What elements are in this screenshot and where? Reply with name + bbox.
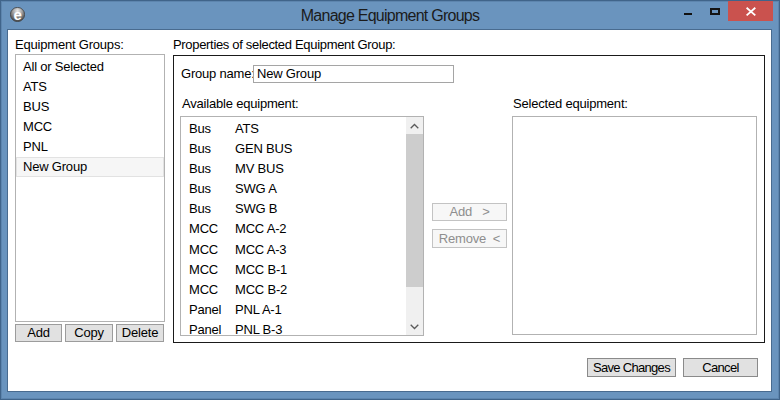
svg-text:e: e bbox=[14, 7, 22, 22]
